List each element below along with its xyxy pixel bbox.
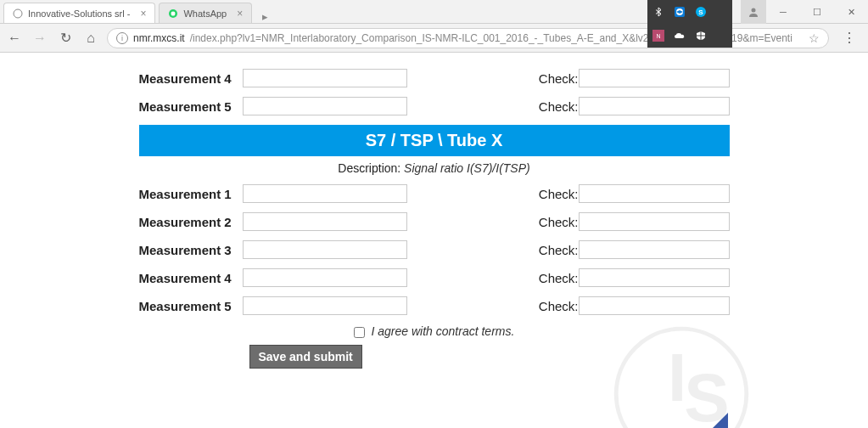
new-tab-button[interactable]: ▸: [257, 10, 273, 23]
check-input[interactable]: [579, 212, 730, 231]
url-host: nmr.mxcs.it: [133, 32, 185, 44]
measurement-row: Measurement 5 Check:: [139, 296, 730, 315]
browser-tab-active[interactable]: Innovative-Solutions srl - ×: [3, 3, 155, 23]
measurement-input[interactable]: [243, 212, 407, 231]
terms-label: I agree with contract terms.: [372, 324, 515, 338]
home-button[interactable]: ⌂: [81, 29, 100, 48]
svg-text:N: N: [656, 33, 660, 39]
skype-icon[interactable]: S: [694, 5, 708, 19]
page-fold-corner: [713, 413, 728, 428]
measurement-input[interactable]: [243, 268, 407, 287]
measurement-input[interactable]: [243, 69, 407, 87]
svg-text:S: S: [698, 8, 703, 16]
bookmark-star-icon[interactable]: ☆: [809, 31, 820, 45]
save-submit-button[interactable]: Save and submit: [249, 345, 362, 369]
form-container: Measurement 4 Check: Measurement 5 Check…: [139, 53, 730, 369]
system-tray-overlay: S N: [647, 0, 732, 48]
measurement-input[interactable]: [243, 97, 407, 115]
check-input[interactable]: [579, 240, 730, 259]
measurement-input[interactable]: [243, 296, 407, 315]
menu-button[interactable]: ⋮: [836, 30, 863, 46]
description-value: Signal ratio I(S7)/I(TSP): [404, 161, 530, 175]
measurement-label: Measurement 1: [139, 187, 244, 201]
close-icon[interactable]: ×: [237, 8, 243, 20]
maximize-button[interactable]: ☐: [800, 0, 834, 24]
empty-tray-slot-2: [715, 29, 729, 42]
check-input[interactable]: [579, 184, 730, 203]
check-label: Check:: [539, 271, 579, 285]
section-header: S7 / TSP \ Tube X: [139, 125, 730, 156]
section-description: Description: Signal ratio I(S7)/I(TSP): [139, 161, 730, 175]
tab-title: WhatsApp: [183, 8, 227, 19]
bluetooth-icon[interactable]: [652, 5, 665, 19]
site-info-icon[interactable]: i: [116, 32, 128, 44]
measurement-row: Measurement 3 Check:: [139, 240, 730, 259]
forward-button[interactable]: →: [31, 29, 49, 48]
user-icon[interactable]: [741, 0, 766, 24]
measurement-label: Measurement 5: [139, 299, 244, 313]
svg-point-2: [752, 8, 756, 13]
measurement-input[interactable]: [243, 240, 407, 259]
tab-title: Innovative-Solutions srl -: [28, 8, 130, 19]
check-label: Check:: [539, 71, 579, 86]
browser-tab[interactable]: WhatsApp ×: [159, 3, 252, 23]
measurement-input[interactable]: [243, 184, 407, 203]
terms-checkbox[interactable]: [354, 327, 365, 338]
page-icon: [13, 8, 23, 19]
empty-tray-slot: [715, 5, 729, 19]
check-input[interactable]: [579, 296, 730, 315]
measurement-label: Measurement 4: [139, 71, 244, 86]
minimize-button[interactable]: ─: [766, 0, 800, 24]
check-label: Check:: [539, 99, 579, 114]
measurement-label: Measurement 3: [139, 243, 244, 257]
terms-row: I agree with contract terms.: [139, 324, 730, 338]
measurement-row: Measurement 5 Check:: [139, 97, 730, 115]
reload-button[interactable]: ↻: [56, 29, 75, 48]
check-input[interactable]: [579, 69, 730, 87]
measurement-label: Measurement 4: [139, 271, 244, 285]
whatsapp-icon: [168, 8, 178, 19]
measurement-row: Measurement 4 Check:: [139, 69, 730, 87]
check-label: Check:: [539, 299, 579, 313]
window-controls: ─ ☐ ✕: [741, 0, 868, 24]
measurement-row: Measurement 2 Check:: [139, 212, 730, 231]
url-path: /index.php?lv1=NMR_Interlaboratory_Compa…: [190, 32, 710, 44]
close-button[interactable]: ✕: [834, 0, 868, 24]
check-input[interactable]: [579, 97, 730, 115]
url-tail: 19&m=Eventi: [731, 32, 792, 44]
back-button[interactable]: ←: [5, 29, 24, 48]
address-bar: ← → ↻ ⌂ i nmr.mxcs.it/index.php?lv1=NMR_…: [0, 24, 868, 53]
description-label: Description:: [338, 161, 400, 175]
nitro-icon[interactable]: N: [652, 29, 665, 42]
onedrive-icon[interactable]: [673, 29, 686, 42]
svg-point-0: [14, 9, 22, 18]
measurement-row: Measurement 4 Check:: [139, 268, 730, 287]
browser-tab-bar: Innovative-Solutions srl - × WhatsApp × …: [0, 0, 868, 24]
teamviewer-icon[interactable]: [673, 5, 686, 19]
measurement-row: Measurement 1 Check:: [139, 184, 730, 203]
check-label: Check:: [539, 187, 579, 201]
check-label: Check:: [539, 215, 579, 229]
measurement-label: Measurement 5: [139, 99, 244, 114]
check-input[interactable]: [579, 268, 730, 287]
page-content: I S Measurement 4 Check: Measurement 5 C…: [0, 53, 868, 428]
check-label: Check:: [539, 243, 579, 257]
defender-icon[interactable]: [694, 29, 708, 42]
measurement-label: Measurement 2: [139, 215, 244, 229]
close-icon[interactable]: ×: [140, 8, 146, 20]
